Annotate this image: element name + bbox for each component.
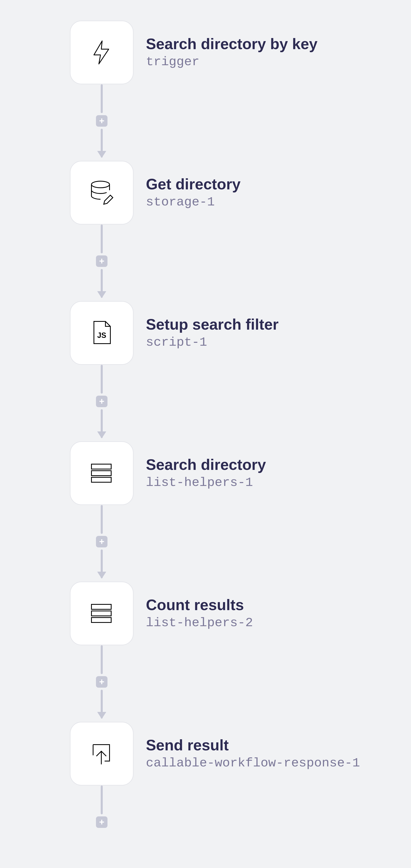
node-icon-box: [70, 21, 134, 84]
lightning-icon: [87, 38, 116, 67]
send-up-icon: [87, 739, 116, 769]
workflow-node[interactable]: Get directory storage-1: [70, 161, 241, 224]
node-id: script-1: [146, 335, 279, 350]
node-id: trigger: [146, 54, 317, 69]
node-icon-box: [70, 722, 134, 785]
add-step-button[interactable]: [96, 396, 107, 407]
js-file-icon: [87, 318, 116, 348]
add-step-button[interactable]: [96, 255, 107, 267]
connector: [70, 224, 134, 301]
connector: [70, 365, 134, 441]
node-label-group: Setup search filter script-1: [146, 316, 279, 350]
node-label-group: Send result callable-workflow-response-1: [146, 736, 360, 771]
workflow-node[interactable]: Search directory by key trigger: [70, 21, 317, 84]
connector-line: [101, 785, 103, 814]
node-label-group: Count results list-helpers-2: [146, 596, 253, 630]
add-step-button[interactable]: [96, 816, 107, 828]
node-icon-box: [70, 301, 134, 365]
arrow-down-icon: [101, 718, 103, 722]
workflow-node[interactable]: Search directory list-helpers-1: [70, 441, 266, 505]
node-icon-box: [70, 161, 134, 224]
node-title: Send result: [146, 736, 360, 754]
arrow-down-icon: [101, 438, 103, 441]
node-id: list-helpers-2: [146, 615, 253, 630]
node-title: Setup search filter: [146, 316, 279, 333]
connector: [70, 645, 134, 722]
node-title: Search directory: [146, 456, 266, 473]
add-step-button[interactable]: [96, 115, 107, 127]
node-id: list-helpers-1: [146, 475, 266, 490]
database-edit-icon: [87, 178, 116, 208]
arrow-down-icon: [101, 578, 103, 582]
connector-line: [101, 365, 103, 394]
connector: [70, 84, 134, 161]
workflow-node[interactable]: Count results list-helpers-2: [70, 582, 253, 645]
workflow-node[interactable]: Setup search filter script-1: [70, 301, 279, 365]
arrow-down-icon: [101, 298, 103, 301]
list-icon: [87, 599, 116, 628]
workflow-node[interactable]: Send result callable-workflow-response-1: [70, 722, 360, 785]
node-icon-box: [70, 441, 134, 505]
connector-line: [101, 505, 103, 534]
node-title: Search directory by key: [146, 35, 317, 53]
connector-line: [101, 224, 103, 253]
workflow-canvas: Search directory by key trigger Get dire…: [0, 21, 411, 830]
node-id: callable-workflow-response-1: [146, 755, 360, 771]
add-step-button[interactable]: [96, 536, 107, 548]
node-label-group: Get directory storage-1: [146, 176, 241, 210]
node-icon-box: [70, 582, 134, 645]
connector-line: [101, 645, 103, 674]
node-label-group: Search directory list-helpers-1: [146, 456, 266, 490]
node-id: storage-1: [146, 194, 241, 210]
add-step-button[interactable]: [96, 676, 107, 688]
node-title: Count results: [146, 596, 253, 614]
connector-line: [101, 84, 103, 113]
arrow-down-icon: [101, 157, 103, 161]
list-icon: [87, 458, 116, 488]
node-label-group: Search directory by key trigger: [146, 35, 317, 69]
connector: [70, 505, 134, 582]
connector: [70, 785, 134, 830]
node-title: Get directory: [146, 176, 241, 193]
